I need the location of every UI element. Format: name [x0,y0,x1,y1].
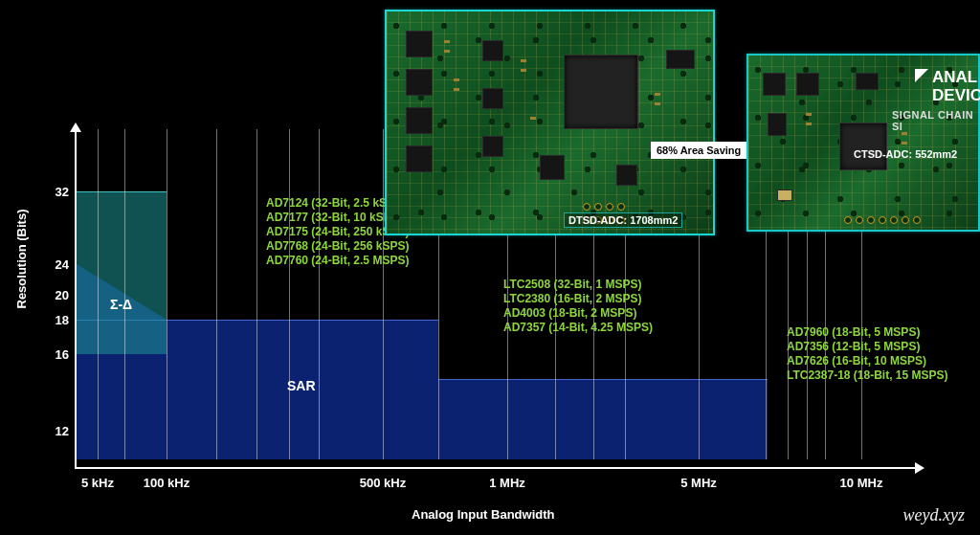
sar-label: SAR [287,378,316,393]
y-tick: 24 [46,257,69,272]
pcb-ctsd-caption: CTSD-ADC: 552mm2 [854,148,957,160]
brand-signal-chain: SIGNAL CHAIN SI [892,109,980,132]
gridline [167,129,167,459]
part-item: AD7356 (12-Bit, 5 MSPS) [787,340,948,354]
gridline [319,129,320,459]
y-axis-arrow-icon [70,123,81,132]
part-item: LTC2508 (32-Bit, 1 MSPS) [503,278,653,292]
part-item: AD7357 (14-Bit, 4.25 MSPS) [503,321,653,335]
x-tick: 10 MHz [840,476,883,490]
pcb-dtsd: DTSD-ADC: 1708mm2 [385,10,715,235]
pcb-dtsd-caption: DTSD-ADC: 1708mm2 [564,212,682,228]
watermark: weyd.xyz [903,505,965,525]
part-list-high: AD7960 (18-Bit, 5 MSPS) AD7356 (12-Bit, … [787,325,948,383]
sigma-delta-label: Σ-Δ [110,297,132,312]
x-axis-label: Analog Input Bandwidth [412,507,554,522]
sigma-delta-region [77,191,167,354]
part-item: AD7626 (16-Bit, 10 MSPS) [787,354,948,368]
part-item: LTC2387-18 (18-Bit, 15 MSPS) [787,368,948,383]
y-tick: 16 [46,347,69,362]
x-tick: 500 kHz [360,476,406,490]
gridline [289,129,290,459]
sar-region-seg3 [438,379,766,459]
part-item: AD7960 (18-Bit, 5 MSPS) [787,325,948,340]
x-tick: 5 MHz [680,476,717,490]
y-tick: 12 [46,424,69,438]
area-saving-badge: 68% Area Saving [651,142,746,159]
y-axis-label: Resolution (Bits) [14,210,29,309]
x-axis-line [75,467,917,469]
y-tick: 32 [46,185,69,199]
x-tick: 100 kHz [144,476,189,490]
part-item: AD4003 (18-Bit, 2 MSPS) [503,306,653,321]
x-tick: 5 kHz [81,476,114,490]
gridline [256,129,257,459]
x-tick: 1 MHz [489,476,525,490]
x-axis-arrow-icon [915,462,924,474]
gridline [124,129,125,459]
gridline [98,129,99,459]
gridline [383,129,384,459]
part-item: LTC2380 (16-Bit, 2 MSPS) [503,292,653,306]
gridline [216,129,217,459]
part-list-mid: LTC2508 (32-Bit, 1 MSPS) LTC2380 (16-Bit… [503,278,653,335]
y-tick: 20 [46,288,69,302]
part-item: AD7768 (24-Bit, 256 kSPS) [266,239,409,254]
brand-label: ANAL DEVIC [915,69,980,104]
y-tick: 18 [46,313,69,327]
brand-triangle-icon [915,69,928,82]
part-item: AD7760 (24-Bit, 2.5 MSPS) [266,254,409,268]
